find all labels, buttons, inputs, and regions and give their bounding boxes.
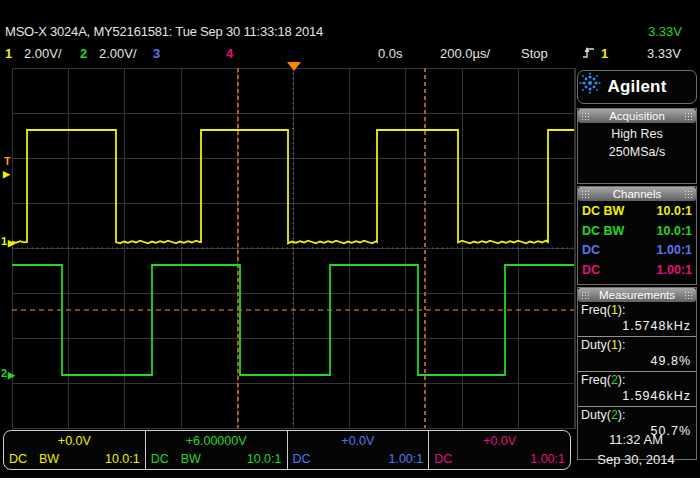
grip-dots-icon xyxy=(581,291,590,299)
ch2-offset: +6.00000V xyxy=(146,434,287,448)
ch4-status-box: +0.0V DC 1.00:1 xyxy=(428,431,570,469)
acquisition-header: Acquisition xyxy=(578,109,696,123)
grip-dots-icon xyxy=(581,112,590,120)
measurement-freq1: Freq(1): 1.5748kHz xyxy=(578,302,696,337)
acquisition-mode: High Res xyxy=(578,127,696,141)
sample-rate: 250MSa/s xyxy=(578,145,696,159)
ch1-probe-ratio: 10.0:1 xyxy=(105,452,140,466)
ch1-coupling: DC xyxy=(9,452,27,466)
channels-panel: Channels DC BW 10.0:1 DC BW 10.0:1 DC 1.… xyxy=(577,186,697,285)
agilent-starburst-icon xyxy=(578,71,602,95)
channel-row: DC BW 10.0:1 xyxy=(578,201,696,221)
ch4-coupling: DC xyxy=(434,452,452,466)
oscilloscope-screen: MSO-X 3024A, MY52161581: Tue Sep 30 11:3… xyxy=(0,0,700,500)
bottom-margin xyxy=(0,478,700,500)
measurement-duty1: Duty(1): 49.8% xyxy=(578,337,696,372)
ch3-status-box: +0.0V DC 1.00:1 xyxy=(287,431,429,469)
channel-row: DC 1.00:1 xyxy=(578,260,696,280)
ch1-offset: +0.0V xyxy=(4,434,145,448)
clock: 11:32 AM Sep 30, 2014 xyxy=(577,432,695,472)
ch1-status-box: +0.0V DC BW 10.0:1 xyxy=(4,431,145,469)
measurement-freq2: Freq(2): 1.5946kHz xyxy=(578,372,696,407)
channel-row: DC 1.00:1 xyxy=(578,240,696,260)
ch3-probe-ratio: 1.00:1 xyxy=(388,452,423,466)
ch3-offset: +0.0V xyxy=(288,434,429,448)
ch2-status-box: +6.00000V DC BW 10.0:1 xyxy=(145,431,287,469)
ch4-probe-ratio: 1.00:1 xyxy=(530,452,565,466)
ch3-coupling: DC xyxy=(293,452,311,466)
grip-dots-icon xyxy=(684,291,693,299)
grip-dots-icon xyxy=(684,112,693,120)
ch2-bw-limit: BW xyxy=(181,452,201,466)
measurements-header: Measurements xyxy=(578,288,696,302)
ch4-offset: +0.0V xyxy=(429,434,570,448)
current-date: Sep 30, 2014 xyxy=(577,452,695,467)
grip-dots-icon xyxy=(684,190,693,198)
ch2-coupling: DC xyxy=(151,452,169,466)
ch1-bw-limit: BW xyxy=(39,452,59,466)
brand-box: Agilent xyxy=(577,70,697,104)
bottom-channel-bar: +0.0V DC BW 10.0:1 +6.00000V DC BW 10.0:… xyxy=(3,430,571,470)
ch2-probe-ratio: 10.0:1 xyxy=(247,452,282,466)
current-time: 11:32 AM xyxy=(577,432,695,447)
channel-1-trace xyxy=(12,130,574,243)
acquisition-panel: Acquisition High Res 250MSa/s xyxy=(577,108,697,184)
grip-dots-icon xyxy=(581,190,590,198)
channel-row: DC BW 10.0:1 xyxy=(578,221,696,241)
channels-header: Channels xyxy=(578,187,696,201)
brand-name: Agilent xyxy=(607,77,666,97)
